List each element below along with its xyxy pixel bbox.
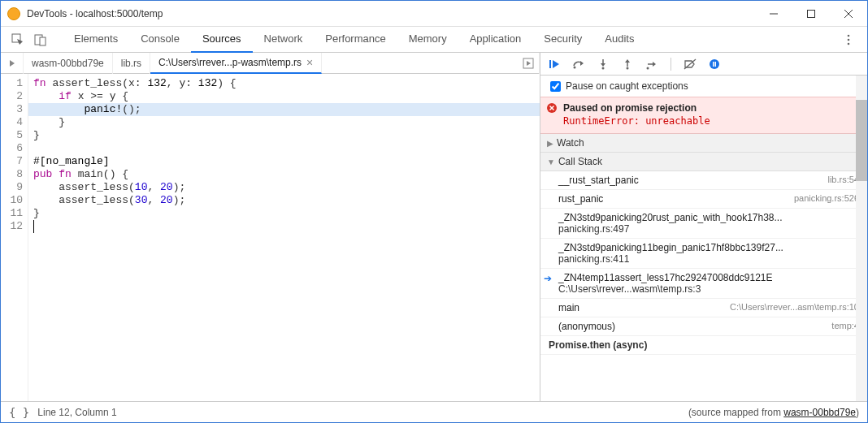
source-line: pub fn main() {: [33, 168, 540, 181]
panel-tab-memory[interactable]: Memory: [397, 27, 458, 53]
svg-point-14: [602, 67, 605, 69]
call-stack: __rust_start_paniclib.rs:54rust_panicpan…: [540, 171, 867, 401]
pause-on-caught-checkbox[interactable]: [550, 81, 561, 92]
minimize-button[interactable]: [755, 1, 792, 26]
svg-point-20: [710, 59, 719, 69]
svg-rect-6: [40, 37, 46, 45]
chevron-down-icon: ▼: [547, 158, 555, 166]
file-tab[interactable]: C:\Users\rrever...p-wasm\temp.rs×: [150, 53, 322, 74]
panel-tab-elements[interactable]: Elements: [63, 27, 129, 53]
close-button[interactable]: [830, 1, 867, 26]
svg-rect-11: [549, 60, 551, 68]
source-mapped-label: (source mapped from wasm-00bbd79e): [688, 407, 859, 418]
file-tabs: wasm-00bbd79elib.rsC:\Users\rrever...p-w…: [1, 53, 540, 74]
svg-point-18: [647, 67, 649, 69]
pause-on-exceptions-icon[interactable]: [707, 57, 722, 71]
svg-point-7: [848, 34, 850, 37]
svg-point-8: [848, 38, 850, 41]
error-icon: [547, 103, 557, 113]
source-line: }: [33, 207, 540, 220]
scrollbar[interactable]: [856, 76, 867, 401]
window-title: DevTools - localhost:5000/temp: [27, 8, 755, 19]
source-line: }: [33, 129, 540, 142]
stack-frame[interactable]: __rust_start_paniclib.rs:54: [540, 171, 867, 190]
svg-rect-22: [715, 62, 717, 67]
step-icon[interactable]: [644, 57, 659, 71]
pause-on-caught-row: Pause on caught exceptions: [540, 76, 867, 97]
panel-tab-sources[interactable]: Sources: [191, 27, 253, 53]
source-map-link[interactable]: wasm-00bbd79e: [783, 407, 856, 418]
file-tab[interactable]: wasm-00bbd79e: [24, 53, 113, 74]
source-line: assert_less(10, 20);: [33, 181, 540, 194]
panel-tab-application[interactable]: Application: [458, 27, 533, 53]
paused-banner: Paused on promise rejection RuntimeError…: [540, 97, 867, 134]
device-toggle-icon[interactable]: [30, 29, 51, 50]
source-line: }: [33, 116, 540, 129]
app-icon: [7, 7, 20, 20]
pause-on-caught-label: Pause on caught exceptions: [566, 80, 688, 92]
run-snippet-icon[interactable]: [517, 53, 540, 74]
source-line: panic!();: [28, 103, 540, 116]
svg-point-9: [848, 42, 850, 45]
maximize-button[interactable]: [792, 1, 830, 26]
watch-header[interactable]: ▶ Watch: [540, 134, 867, 153]
stack-frame[interactable]: _ZN3std9panicking20rust_panic_with_hook1…: [540, 209, 867, 227]
source-line: if x >= y {: [33, 90, 540, 103]
panel-tab-security[interactable]: Security: [532, 27, 593, 53]
svg-rect-1: [808, 10, 815, 17]
callstack-header[interactable]: ▼ Call Stack: [540, 153, 867, 171]
source-editor[interactable]: 123456789101112 fn assert_less(x: i32, y…: [1, 74, 540, 401]
source-line: fn assert_less(x: i32, y: i32) {: [33, 77, 540, 90]
paused-error: RuntimeError: unreachable: [563, 115, 857, 127]
panel-tab-audits[interactable]: Audits: [593, 27, 645, 53]
navigator-toggle-icon[interactable]: [1, 53, 24, 74]
panel-tab-network[interactable]: Network: [253, 27, 315, 53]
stack-frame[interactable]: _ZN3std9panicking11begin_panic17hf8bbc13…: [540, 239, 867, 257]
pretty-print-icon[interactable]: { }: [9, 406, 29, 419]
deactivate-breakpoints-icon[interactable]: [683, 57, 697, 71]
source-line: [33, 220, 540, 233]
step-out-icon[interactable]: [620, 57, 635, 71]
source-line: assert_less(30, 20);: [33, 194, 540, 207]
step-over-icon[interactable]: [571, 57, 586, 71]
source-line: #[no_mangle]: [33, 155, 540, 168]
async-boundary: Promise.then (async): [540, 336, 867, 355]
file-tab[interactable]: lib.rs: [113, 53, 150, 74]
status-bar: { } Line 12, Column 1 (source mapped fro…: [1, 401, 867, 422]
svg-point-12: [574, 66, 576, 68]
resume-icon[interactable]: [547, 57, 562, 71]
chevron-right-icon: ▶: [547, 139, 553, 148]
stack-frame[interactable]: ➔_ZN4temp11assert_less17hc29247008ddc912…: [540, 269, 867, 287]
inspect-icon[interactable]: [7, 29, 28, 50]
svg-point-16: [627, 67, 629, 69]
titlebar: DevTools - localhost:5000/temp: [1, 1, 867, 27]
panel-tabs: ElementsConsoleSourcesNetworkPerformance…: [1, 27, 867, 53]
stack-frame[interactable]: rust_panicpanicking.rs:526: [540, 190, 867, 209]
paused-title: Paused on promise rejection: [563, 102, 857, 114]
stack-frame[interactable]: mainC:\Users\rrever...asm\temp.rs:10: [540, 299, 867, 317]
panel-tab-performance[interactable]: Performance: [314, 27, 397, 53]
close-tab-icon[interactable]: ×: [306, 52, 313, 73]
svg-rect-21: [713, 62, 714, 67]
source-line: [33, 142, 540, 155]
more-icon[interactable]: [838, 29, 859, 50]
stack-frame[interactable]: (anonymous)temp:4: [540, 317, 867, 336]
panel-tab-console[interactable]: Console: [129, 27, 191, 53]
step-into-icon[interactable]: [596, 57, 610, 71]
cursor-position: Line 12, Column 1: [37, 407, 116, 418]
current-frame-icon: ➔: [544, 273, 552, 284]
debugger-toolbar: [540, 53, 867, 76]
